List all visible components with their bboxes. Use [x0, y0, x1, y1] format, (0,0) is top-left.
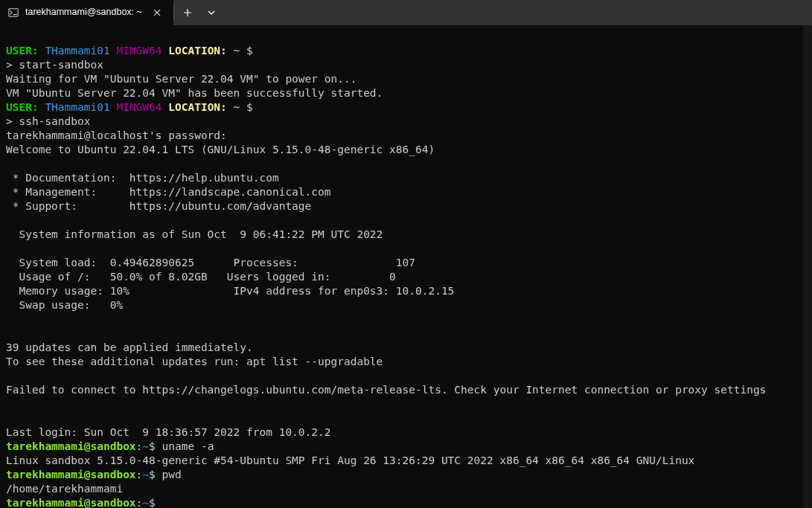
- tab-title: tarekhammami@sandbox: ~: [25, 5, 142, 19]
- prompt-line-1: USER: THammami01 MINGW64 LOCATION: ~ $: [6, 45, 253, 57]
- ub-userhost: tarekhammami@sandbox: [6, 440, 136, 452]
- prompt-location-label: LOCATION:: [162, 45, 227, 57]
- motd-mgmt: * Management: https://landscape.canonica…: [6, 186, 331, 198]
- ub-sigil: $: [149, 497, 156, 508]
- motd-support: * Support: https://ubuntu.com/advantage: [6, 200, 311, 212]
- ubuntu-welcome: Welcome to Ubuntu 22.04.1 LTS (GNU/Linux…: [6, 144, 435, 155]
- window-titlebar: tarekhammami@sandbox: ~: [0, 0, 812, 25]
- ubuntu-prompt-1: tarekhammami@sandbox:~$ uname -a: [6, 440, 214, 452]
- prompt-user-value: THammami01: [39, 101, 110, 113]
- command-uname: uname -a: [156, 440, 214, 452]
- sysinfo-row: Swap usage: 0%: [6, 299, 123, 311]
- blank-line: [6, 370, 13, 382]
- prompt-line-2: USER: THammami01 MINGW64 LOCATION: ~ $: [6, 101, 253, 113]
- prompt-location-value: ~: [227, 101, 246, 113]
- prompt-sigil: $: [246, 101, 253, 113]
- svg-rect-0: [9, 8, 18, 16]
- ub-sigil: $: [149, 440, 156, 452]
- sysinfo-row: System load: 0.49462890625 Processes: 10…: [6, 257, 415, 269]
- command-ssh-sandbox: > ssh-sandbox: [6, 115, 91, 127]
- changelog-fail: Failed to connect to https://changelogs.…: [6, 384, 766, 396]
- ub-sigil: $: [149, 469, 156, 480]
- tab-dropdown-button[interactable]: [201, 0, 222, 25]
- ub-userhost: tarekhammami@sandbox: [6, 469, 136, 480]
- blank-line: [6, 327, 13, 339]
- blank-line: [6, 158, 13, 170]
- prompt-location-label: LOCATION:: [162, 101, 227, 113]
- blank-line: [6, 214, 13, 226]
- updates-line: To see these additional updates run: apt…: [6, 356, 383, 367]
- pwd-output: /home/tarekhammami: [6, 483, 123, 495]
- prompt-user-value: THammami01: [39, 45, 110, 57]
- sysinfo-row: Usage of /: 50.0% of 8.02GB Users logged…: [6, 271, 396, 283]
- blank-line: [6, 242, 13, 254]
- terminal-output[interactable]: USER: THammami01 MINGW64 LOCATION: ~ $ >…: [0, 25, 812, 508]
- motd-doc: * Documentation: https://help.ubuntu.com: [6, 172, 279, 184]
- output-line: Waiting for VM "Ubuntu Server 22.04 VM" …: [6, 73, 357, 85]
- blank-line: [6, 313, 13, 325]
- sysinfo-row: Memory usage: 10% IPv4 address for enp0s…: [6, 285, 454, 297]
- blank-line: [6, 398, 13, 410]
- ub-path: ~: [142, 469, 149, 480]
- command-pwd: pwd: [156, 469, 182, 480]
- prompt-user-label: USER:: [6, 45, 39, 57]
- prompt-sigil: $: [246, 45, 253, 57]
- uname-output: Linux sandbox 5.15.0-48-generic #54-Ubun…: [6, 454, 694, 466]
- ubuntu-prompt-2: tarekhammami@sandbox:~$ pwd: [6, 469, 182, 480]
- tab-close-button[interactable]: [148, 4, 166, 22]
- new-tab-button[interactable]: [174, 0, 201, 25]
- blank-line: [6, 412, 13, 424]
- command-start-sandbox: > start-sandbox: [6, 59, 103, 71]
- prompt-location-value: ~: [227, 45, 246, 57]
- tab-active[interactable]: tarekhammami@sandbox: ~: [0, 0, 173, 25]
- prompt-mingw: MINGW64: [110, 45, 162, 57]
- ub-path: ~: [142, 497, 149, 508]
- ubuntu-prompt-3: tarekhammami@sandbox:~$: [6, 497, 156, 508]
- vertical-scrollbar[interactable]: [803, 25, 812, 508]
- last-login: Last login: Sun Oct 9 18:36:57 2022 from…: [6, 426, 331, 438]
- ssh-password-prompt: tarekhammami@localhost's password:: [6, 129, 227, 141]
- output-line: VM "Ubuntu Server 22.04 VM" has been suc…: [6, 87, 383, 99]
- ub-path: ~: [142, 440, 149, 452]
- terminal-icon: [7, 7, 19, 19]
- prompt-user-label: USER:: [6, 101, 39, 113]
- prompt-mingw: MINGW64: [110, 101, 162, 113]
- sysinfo-header: System information as of Sun Oct 9 06:41…: [6, 228, 383, 240]
- updates-line: 39 updates can be applied immediately.: [6, 341, 253, 353]
- ub-userhost: tarekhammami@sandbox: [6, 497, 136, 508]
